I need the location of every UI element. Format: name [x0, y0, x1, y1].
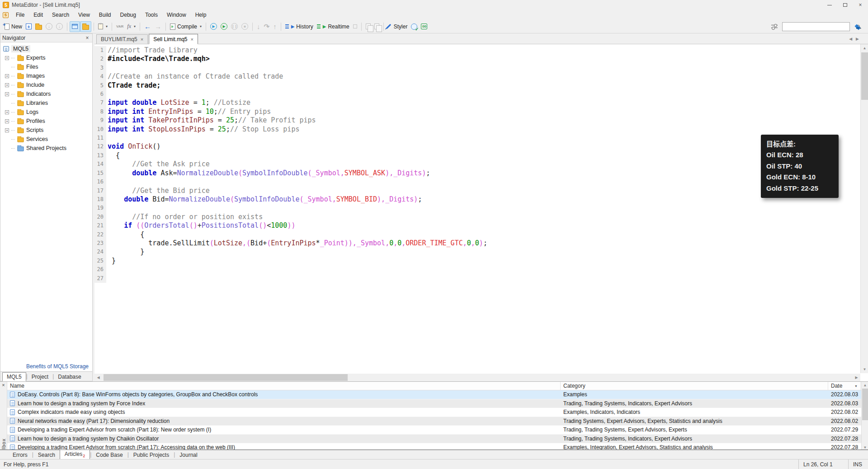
code-editor[interactable]: 1//import Trade Library2#include<Trade\T…	[94, 44, 860, 373]
table-row[interactable]: Complex indicators made easy using objec…	[7, 408, 861, 417]
menu-item-build[interactable]: Build	[94, 10, 116, 19]
editor-vertical-scrollbar[interactable]: ▲ ▼	[860, 44, 868, 373]
toggle-toolbox-button[interactable]	[80, 21, 91, 32]
menu-item-search[interactable]: Search	[47, 10, 74, 19]
toolbox-tab-search[interactable]: Search	[33, 451, 60, 459]
tree-item-services[interactable]: Services	[0, 135, 92, 144]
insert-variable-button[interactable]: VAR	[114, 21, 125, 32]
save-all-button[interactable]: ↓	[54, 21, 65, 32]
minimize-button[interactable]	[822, 0, 837, 10]
scrollbar-thumb[interactable]	[104, 374, 348, 381]
column-header-category[interactable]: Category	[561, 382, 828, 390]
paste-dropdown-icon[interactable]: ▾	[106, 24, 108, 28]
toolbox-vertical-scrollbar[interactable]: ▲ ▼	[861, 382, 868, 450]
pause-debug-button[interactable]: ❙❙	[229, 21, 240, 32]
column-header-date[interactable]: Date ▼	[828, 382, 861, 390]
toolbox-tab-errors[interactable]: Errors	[8, 451, 32, 459]
table-row[interactable]: Learn how to design a trading system by …	[7, 435, 861, 444]
scroll-left-icon[interactable]: ◀	[94, 374, 102, 381]
scrollbar-thumb[interactable]	[861, 52, 868, 100]
document-window-icon[interactable]: 5	[3, 12, 9, 18]
toolbox-tab-public-projects[interactable]: Public Projects	[129, 451, 174, 459]
publish-button[interactable]	[409, 21, 419, 32]
expand-icon[interactable]: +	[5, 92, 9, 96]
scroll-up-icon[interactable]: ▲	[861, 44, 868, 52]
stop-debug-button[interactable]: ■	[240, 21, 250, 32]
menu-item-edit[interactable]: Edit	[29, 10, 47, 19]
toolbox-tab-code-base[interactable]: Code Base	[91, 451, 127, 459]
navigator-tab-database[interactable]: Database	[54, 373, 85, 381]
open-file-button[interactable]	[33, 21, 44, 32]
toolbox-tab-journal[interactable]: Journal	[175, 451, 202, 459]
help-education-button[interactable]	[853, 21, 863, 32]
start-debug-button[interactable]: ▶	[208, 21, 219, 32]
tree-item-logs[interactable]: +Logs	[0, 108, 92, 117]
table-row[interactable]: Learn how to design a trading system by …	[7, 399, 861, 408]
start-profiling-button[interactable]: ▶	[219, 21, 229, 32]
toolbox-close-icon[interactable]: ×	[0, 382, 7, 388]
copy-button[interactable]	[364, 21, 373, 32]
history-data-button[interactable]: ▶ History	[283, 21, 315, 32]
toolbox-tab-articles[interactable]: Articles2	[60, 450, 90, 460]
metaquotes-id-button[interactable]: 00	[419, 21, 429, 32]
mql5-storage-link[interactable]: Benefits of MQL5 Storage	[0, 362, 92, 371]
tree-item-scripts[interactable]: +Scripts	[0, 126, 92, 135]
tree-item-mql5-root[interactable]: {} MQL5	[0, 44, 92, 53]
expand-icon[interactable]: +	[5, 74, 9, 78]
navigator-tab-project[interactable]: Project	[28, 373, 52, 381]
tab-scroll-right-icon[interactable]: ▶	[856, 37, 859, 41]
scroll-down-icon[interactable]: ▼	[861, 366, 868, 373]
table-row[interactable]: DoEasy. Controls (Part 8): Base WinForms…	[7, 390, 861, 399]
editor-tab-sell-limit-mq5[interactable]: Sell Limit.mq5×	[149, 34, 198, 44]
tab-close-icon[interactable]: ×	[191, 37, 193, 42]
menu-item-help[interactable]: Help	[191, 10, 211, 19]
menu-item-tools[interactable]: Tools	[141, 10, 162, 19]
tab-close-icon[interactable]: ×	[141, 37, 143, 42]
tree-item-images[interactable]: +Images	[0, 71, 92, 80]
tree-item-files[interactable]: Files	[0, 62, 92, 71]
realtime-data-button[interactable]: ▶ Realtime	[315, 21, 351, 32]
close-button[interactable]: ×	[853, 0, 868, 10]
stop-testing-button[interactable]	[351, 21, 359, 32]
scrollbar-thumb[interactable]	[862, 389, 868, 420]
navigate-back-button[interactable]: ←	[142, 21, 153, 32]
compile-dropdown-icon[interactable]: ▾	[200, 24, 202, 28]
table-row[interactable]: Neural networks made easy (Part 17): Dim…	[7, 417, 861, 426]
new-window-button[interactable]: +	[24, 21, 33, 32]
scroll-up-icon[interactable]: ▲	[862, 382, 868, 388]
expand-icon[interactable]: +	[5, 56, 9, 60]
tree-item-shared-projects[interactable]: Shared Projects	[0, 144, 92, 153]
search-options-button[interactable]	[769, 21, 779, 32]
step-over-button[interactable]: ↷	[262, 21, 272, 32]
step-into-button[interactable]: ↓	[255, 21, 262, 32]
insert-function-button[interactable]: fx ▾	[125, 21, 137, 32]
maximize-button[interactable]	[837, 0, 853, 10]
editor-horizontal-scrollbar[interactable]: ◀ ▶	[94, 374, 860, 381]
menu-item-view[interactable]: View	[74, 10, 94, 19]
new-file-button[interactable]: + New	[3, 21, 24, 32]
table-row[interactable]: Developing a trading Expert Advisor from…	[7, 426, 861, 435]
menu-item-debug[interactable]: Debug	[116, 10, 141, 19]
toggle-navigator-button[interactable]	[70, 21, 80, 32]
step-out-button[interactable]: ↑	[271, 21, 278, 32]
navigate-forward-button[interactable]: →	[153, 21, 163, 32]
snippet-button[interactable]	[373, 21, 381, 32]
tree-item-include[interactable]: +Include	[0, 80, 92, 89]
tab-scroll-left-icon[interactable]: ◀	[849, 37, 852, 41]
tree-item-experts[interactable]: +Experts	[0, 53, 92, 62]
expand-icon[interactable]: +	[5, 83, 9, 87]
expand-icon[interactable]: +	[5, 110, 9, 114]
search-input[interactable]	[783, 23, 856, 30]
menu-item-file[interactable]: File	[11, 10, 29, 19]
paste-button[interactable]: ▾	[96, 21, 109, 32]
tree-item-profiles[interactable]: +Profiles	[0, 117, 92, 126]
tree-item-indicators[interactable]: +Indicators	[0, 89, 92, 98]
navigator-tab-mql5[interactable]: MQL5	[2, 372, 26, 381]
column-header-name[interactable]: Name	[7, 382, 561, 390]
navigator-close-icon[interactable]: ×	[84, 35, 90, 41]
expand-icon[interactable]: +	[5, 119, 9, 123]
tree-item-libraries[interactable]: Libraries	[0, 98, 92, 108]
save-button[interactable]: ↓	[44, 21, 54, 32]
expand-icon[interactable]: +	[5, 128, 9, 132]
editor-tab-buylimit-mq5[interactable]: BUYLIMIT.mq5×	[96, 34, 148, 44]
